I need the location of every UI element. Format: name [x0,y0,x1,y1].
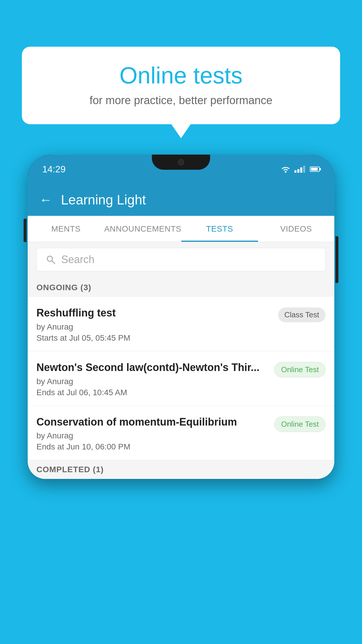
search-input[interactable]: Search [36,248,326,271]
camera [178,159,184,165]
bubble-title: Online tests [39,63,323,88]
test-item-1-author: by Anurag [36,322,272,332]
phone-power-button [335,236,338,283]
test-item-2-date: Ends at Jul 06, 10:45 AM [36,388,268,397]
phone-container: 14:29 [28,155,334,644]
svg-line-2 [52,261,55,264]
test-item-2-badge: Online Test [274,362,326,377]
phone-screen: Search ONGOING (3) Reshuffling test by A… [28,242,334,479]
test-item-1-name: Reshuffling test [36,306,272,320]
app-header: ← Learning Light [28,184,334,216]
wifi-icon [280,165,291,173]
test-item-3-name: Conservation of momentum-Equilibrium [36,415,268,429]
test-item-1-badge: Class Test [278,307,326,322]
search-placeholder: Search [61,253,94,266]
notch [152,155,210,170]
tab-bar: MENTS ANNOUNCEMENTS TESTS VIDEOS [28,216,334,242]
test-item-2[interactable]: Newton's Second law(contd)-Newton's Thir… [28,351,334,405]
tab-videos[interactable]: VIDEOS [258,216,334,242]
test-item-2-name: Newton's Second law(contd)-Newton's Thir… [36,361,268,374]
status-bar: 14:29 [28,155,334,184]
svg-point-0 [285,171,287,173]
bottom-area: COMPLETED (1) [28,460,334,479]
test-item-2-author: by Anurag [36,377,268,386]
status-icons [280,165,320,173]
test-item-2-left: Newton's Second law(contd)-Newton's Thir… [36,361,274,397]
test-item-3[interactable]: Conservation of momentum-Equilibrium by … [28,406,334,460]
phone-volume-button [24,219,27,242]
section-header-completed: COMPLETED (1) [36,465,326,474]
search-bar-container: Search [28,242,334,277]
test-item-3-date: Ends at Jun 10, 06:00 PM [36,442,268,452]
battery-icon [310,167,320,172]
search-icon [45,254,56,265]
tab-ments[interactable]: MENTS [28,216,104,242]
bubble-subtitle: for more practice, better performance [39,94,323,107]
test-item-3-left: Conservation of momentum-Equilibrium by … [36,415,274,452]
speech-bubble: Online tests for more practice, better p… [22,47,340,124]
test-item-1-date: Starts at Jul 05, 05:45 PM [36,333,272,343]
content-area: ONGOING (3) Reshuffling test by Anurag S… [28,277,334,479]
test-item-3-badge: Online Test [274,416,326,432]
back-button[interactable]: ← [39,192,52,207]
tab-announcements[interactable]: ANNOUNCEMENTS [104,216,181,242]
app-title: Learning Light [61,192,146,208]
test-item-3-author: by Anurag [36,431,268,440]
phone-wrapper: 14:29 [28,155,334,479]
section-header-ongoing: ONGOING (3) [28,277,334,297]
tab-tests[interactable]: TESTS [181,216,258,242]
test-item-1[interactable]: Reshuffling test by Anurag Starts at Jul… [28,297,334,351]
test-item-1-left: Reshuffling test by Anurag Starts at Jul… [36,306,278,343]
status-time: 14:29 [42,164,66,175]
phone-frame: 14:29 [28,155,334,479]
signal-bars [294,166,305,173]
